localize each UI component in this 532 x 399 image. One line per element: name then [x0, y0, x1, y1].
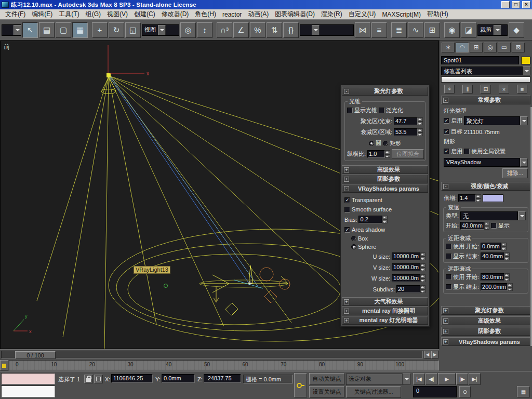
- far-show-checkbox[interactable]: [446, 284, 451, 290]
- align-button[interactable]: ≡: [371, 22, 387, 38]
- dropdown-arrow-icon[interactable]: [523, 66, 530, 75]
- rollout-spotlight-parameters[interactable]: - 聚光灯参数: [342, 87, 428, 96]
- selection-set-dropdown[interactable]: 选定对象: [346, 374, 410, 385]
- menu-rendering[interactable]: 渲染(R): [318, 9, 345, 20]
- maxscript-mini-listener-line[interactable]: [1, 385, 55, 397]
- modifier-list-dropdown[interactable]: 修改器列表: [441, 66, 530, 75]
- rollout-spotlight-parameters-collapsed[interactable]: + 聚光灯参数: [441, 306, 530, 315]
- u-size-spinner[interactable]: 10000.0m: [392, 252, 425, 260]
- target-checkbox[interactable]: ✓: [444, 129, 449, 135]
- spinner-arrows-icon[interactable]: [508, 283, 513, 291]
- snap-toggle-button[interactable]: ∩³: [217, 22, 232, 38]
- pin-stack-button[interactable]: ⌖: [444, 85, 455, 94]
- maximize-button[interactable]: □: [512, 1, 520, 8]
- rollout-general-parameters[interactable]: - 常规参数: [441, 96, 530, 104]
- display-tab[interactable]: ▭: [498, 43, 511, 52]
- viewport-layout-button[interactable]: ▦: [517, 386, 530, 397]
- rollout-mentalray-indirect[interactable]: + mental ray 间接照明: [342, 307, 428, 315]
- mirror-button[interactable]: ⋈: [355, 22, 370, 38]
- next-frame-button[interactable]: |▶: [456, 373, 468, 385]
- schematic-view-button[interactable]: ⊞: [424, 22, 440, 38]
- spinner-arrows-icon[interactable]: [420, 274, 425, 282]
- menu-customize[interactable]: 自定义(U): [345, 9, 379, 20]
- close-button[interactable]: ×: [522, 1, 530, 8]
- spinner-arrows-icon[interactable]: [501, 243, 507, 250]
- decay-show-checkbox[interactable]: [491, 223, 497, 229]
- sphere-radio[interactable]: [351, 244, 356, 249]
- percent-snap-button[interactable]: %: [250, 22, 265, 38]
- rectangle-radio[interactable]: [383, 141, 388, 146]
- configure-modifier-sets-button[interactable]: ≡: [517, 85, 527, 94]
- menu-views[interactable]: 视图(V): [104, 9, 131, 20]
- rollout-vrayshadows-params[interactable]: - VRayShadows params: [342, 184, 428, 193]
- dropdown-arrow-icon[interactable]: [158, 25, 166, 35]
- rollout-vrayshadows-collapsed[interactable]: + VRayShadows params: [441, 337, 530, 346]
- absolute-mode-button[interactable]: [94, 375, 103, 383]
- angle-snap-button[interactable]: ∠: [233, 22, 249, 38]
- menu-edit[interactable]: 编辑(E): [29, 9, 56, 20]
- show-end-result-button[interactable]: ‖: [462, 85, 473, 94]
- menu-tools[interactable]: 工具(T): [56, 9, 82, 20]
- time-slider-handle[interactable]: 0 / 100: [15, 351, 56, 359]
- quick-render-button[interactable]: ◆: [509, 22, 524, 38]
- dropdown-arrow-icon[interactable]: [312, 25, 320, 35]
- menu-modifiers[interactable]: 修改器(D): [158, 9, 192, 20]
- set-key-button[interactable]: 设置关键点: [309, 386, 344, 398]
- go-to-start-button[interactable]: |◀: [413, 373, 425, 385]
- key-filters-button[interactable]: 关键点过滤器...: [346, 386, 401, 398]
- spinner-arrows-icon[interactable]: [385, 150, 390, 158]
- selection-region-button[interactable]: ▢: [56, 22, 71, 38]
- select-and-scale-button[interactable]: ◱: [125, 22, 141, 38]
- keyboard-override-button[interactable]: {}: [283, 22, 299, 38]
- subdivs-spinner[interactable]: 20: [396, 285, 425, 293]
- exclude-button[interactable]: 排除...: [502, 168, 528, 178]
- rollout-atmospheres-effects[interactable]: + 大气和效果: [342, 297, 428, 306]
- menu-help[interactable]: 帮助(H): [424, 9, 451, 20]
- auto-key-button[interactable]: 自动关键点: [309, 373, 344, 385]
- z-coordinate-field[interactable]: -24837.75: [204, 374, 241, 383]
- remove-modifier-button[interactable]: ×: [499, 85, 509, 94]
- select-and-manipulate-button[interactable]: ↕: [197, 22, 212, 38]
- decay-start-spinner[interactable]: 40.0mm: [460, 222, 489, 230]
- set-key-big-button[interactable]: [294, 373, 307, 397]
- spinner-arrows-icon[interactable]: [418, 117, 423, 125]
- dropdown-arrow-icon[interactable]: [403, 374, 410, 385]
- rollout-shadow-parameters-collapsed[interactable]: + 阴影参数: [441, 327, 530, 336]
- object-color-swatch[interactable]: [521, 57, 530, 64]
- area-shadow-checkbox[interactable]: ✓: [344, 227, 350, 233]
- rollout-advanced-effects[interactable]: + 高级效果: [342, 165, 428, 174]
- rollout-intensity[interactable]: - 强度/颜色/衰减: [441, 182, 530, 191]
- hotspot-spinner[interactable]: 47.7: [394, 117, 423, 125]
- track-bar[interactable]: 0 10 20 30 40 50 60 70 80 90 100: [0, 360, 532, 371]
- spinner-arrows-icon[interactable]: [420, 263, 425, 271]
- menu-graph-editors[interactable]: 图表编辑器(D): [272, 9, 318, 20]
- rollout-mentalray-shader[interactable]: + mental ray 灯光明暗器: [342, 316, 428, 325]
- menu-maxscript[interactable]: MAXScript(M): [379, 10, 424, 19]
- make-unique-button[interactable]: ⊡: [481, 85, 491, 94]
- object-name-field[interactable]: Spot01: [441, 56, 519, 64]
- y-coordinate-field[interactable]: 0.0mm: [162, 374, 195, 383]
- airplane-model[interactable]: [164, 265, 290, 315]
- aspect-spinner[interactable]: 1.0: [367, 150, 390, 158]
- v-size-spinner[interactable]: 10000.0m: [392, 263, 425, 271]
- spinner-arrows-icon[interactable]: [418, 128, 423, 136]
- maxscript-mini-listener-macro-line[interactable]: [1, 373, 55, 384]
- show-cone-checkbox[interactable]: [347, 108, 353, 113]
- spinner-arrows-icon[interactable]: [504, 273, 510, 281]
- spinner-snap-button[interactable]: ⇅: [267, 22, 282, 38]
- shadow-type-dropdown[interactable]: VRayShadow: [444, 158, 528, 167]
- play-button[interactable]: ▶: [438, 373, 456, 385]
- falloff-spinner[interactable]: 53.5: [394, 128, 423, 136]
- spinner-arrows-icon[interactable]: [420, 252, 425, 260]
- motion-tab[interactable]: ◎: [484, 43, 497, 52]
- previous-frame-button[interactable]: ◀|: [425, 373, 437, 385]
- light-color-swatch[interactable]: [483, 194, 503, 202]
- x-coordinate-field[interactable]: 1106846.25: [111, 374, 153, 383]
- light-enable-checkbox[interactable]: ✓: [444, 118, 449, 124]
- time-slider-next-arrow[interactable]: ▶: [431, 351, 438, 358]
- spinner-arrows-icon[interactable]: [420, 285, 425, 293]
- time-configuration-button[interactable]: ⊙: [459, 386, 471, 397]
- go-to-end-button[interactable]: ▶|: [469, 373, 481, 385]
- transparent-checkbox[interactable]: ✓: [344, 197, 350, 203]
- layer-manager-button[interactable]: ≣: [391, 22, 407, 38]
